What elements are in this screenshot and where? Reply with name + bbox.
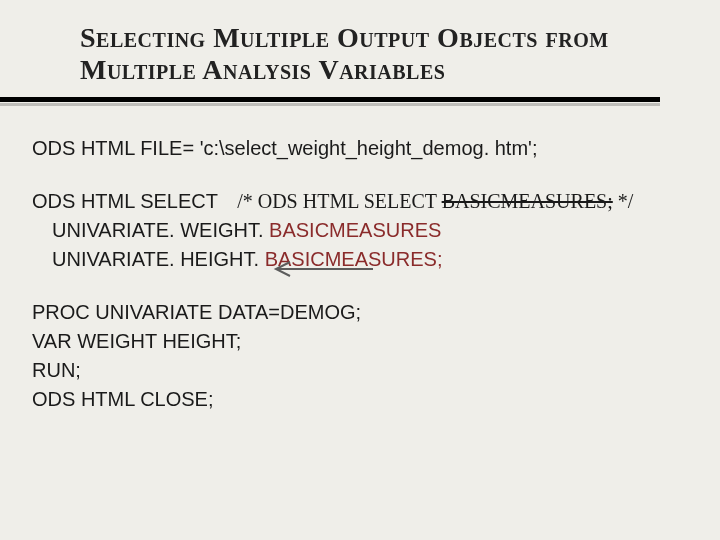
univariate-height-prefix: UNIVARIATE. HEIGHT. xyxy=(52,248,265,270)
code-line-ods-file: ODS HTML FILE= 'c:\select_weight_height_… xyxy=(32,134,690,163)
comment-prefix: /* ODS HTML SELECT xyxy=(237,190,441,212)
univariate-weight-prefix: UNIVARIATE. WEIGHT. xyxy=(52,219,269,241)
code-line-select: ODS HTML SELECT /* ODS HTML SELECT BASIC… xyxy=(32,187,690,216)
code-block-proc: PROC UNIVARIATE DATA=DEMOG; VAR WEIGHT H… xyxy=(32,298,690,414)
slide-title: Selecting Multiple Output Objects from M… xyxy=(80,22,640,86)
arrow-left-icon xyxy=(268,260,378,278)
title-underline xyxy=(0,97,660,102)
code-line-univariate-weight: UNIVARIATE. WEIGHT. BASICMEASURES xyxy=(32,216,690,245)
code-line-var: VAR WEIGHT HEIGHT; xyxy=(32,327,690,356)
select-comment: /* ODS HTML SELECT BASICMEASURES; */ xyxy=(237,187,633,216)
select-keyword: ODS HTML SELECT xyxy=(32,190,218,212)
comment-suffix: */ xyxy=(613,190,634,212)
code-line-close: ODS HTML CLOSE; xyxy=(32,385,690,414)
univariate-weight-red: BASICMEASURES xyxy=(269,219,441,241)
code-line-run: RUN; xyxy=(32,356,690,385)
slide-body: ODS HTML FILE= 'c:\select_weight_height_… xyxy=(32,134,690,438)
code-block-ods-file: ODS HTML FILE= 'c:\select_weight_height_… xyxy=(32,134,690,163)
slide-header: Selecting Multiple Output Objects from M… xyxy=(0,0,720,92)
code-line-proc: PROC UNIVARIATE DATA=DEMOG; xyxy=(32,298,690,327)
comment-strike: BASICMEASURES; xyxy=(442,190,613,212)
title-underline-shadow xyxy=(0,103,660,106)
